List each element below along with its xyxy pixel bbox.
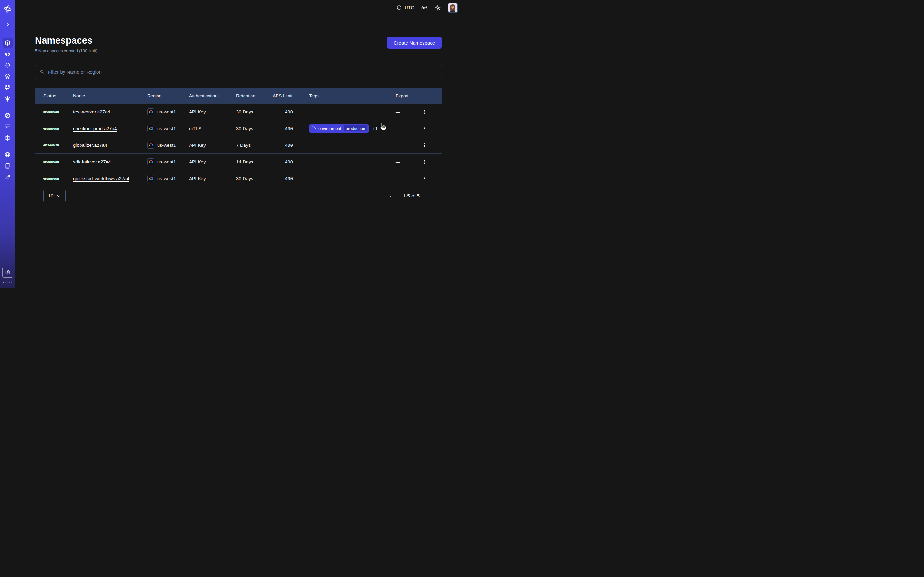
topbar: UTC	[15, 0, 462, 15]
status-badge: Active	[43, 161, 59, 163]
sidebar-item-schedules[interactable]	[3, 60, 13, 70]
timezone-button[interactable]: UTC	[396, 5, 414, 11]
auth-label: API Key	[189, 159, 236, 164]
avatar[interactable]	[447, 3, 458, 13]
sidebar-item-usage[interactable]	[3, 111, 13, 121]
region-label: us-west1	[157, 126, 176, 131]
tags-expand-chevron-icon[interactable]	[381, 126, 386, 131]
gcp-region-icon	[147, 125, 154, 132]
sidebar-item-billing[interactable]	[3, 122, 13, 132]
sidebar-item-namespaces[interactable]	[3, 38, 13, 48]
aps-limit-value: 400	[273, 176, 309, 181]
sidebar-item-workflows[interactable]	[3, 49, 13, 59]
credits-button[interactable]	[2, 267, 13, 277]
row-menu-button[interactable]	[420, 157, 429, 166]
search-icon	[39, 69, 45, 75]
status-badge: Active	[43, 144, 59, 146]
column-header-aps-limit: APS Limit	[273, 93, 309, 98]
tag-icon	[312, 126, 316, 131]
namespace-link[interactable]: test-worker.a27a4	[73, 109, 110, 114]
export-value: —	[396, 159, 401, 164]
retention-label: 14 Days	[236, 159, 273, 164]
region-label: us-west1	[157, 176, 176, 181]
tags-cell: environment production +1	[309, 124, 396, 133]
tag-more-count: +1	[373, 126, 378, 131]
column-header-status: Status	[43, 93, 73, 98]
column-header-retention: Retention	[236, 93, 273, 98]
sidebar-item-settings[interactable]	[3, 133, 13, 143]
sidebar-item-support[interactable]	[3, 150, 13, 160]
page-title: Namespaces	[35, 35, 97, 46]
column-header-tags: Tags	[309, 93, 396, 98]
page-size-select[interactable]: 10	[43, 190, 66, 202]
kebab-icon	[422, 176, 427, 181]
sidebar-item-batch-operations[interactable]	[3, 83, 13, 93]
timer-icon	[4, 62, 11, 69]
status-badge: Active	[43, 111, 59, 113]
kebab-icon	[422, 109, 427, 114]
table-row: Active test-worker.a27a4 us-west1 API Ke…	[35, 103, 442, 120]
create-namespace-button[interactable]: Create Namespace	[387, 37, 442, 49]
table-row: Active checkout-prod.a27a4 us-west1 mTLS…	[35, 120, 442, 137]
sidebar-item-nexus[interactable]	[3, 94, 13, 104]
table-row: Active sdk-failover.a27a4 us-west1 API K…	[35, 153, 442, 170]
asterisk-icon	[4, 95, 11, 102]
layers-icon	[4, 73, 11, 80]
export-value: —	[396, 176, 401, 181]
pager: ← 1-5 of 5 →	[389, 193, 434, 199]
sidebar-item-docs[interactable]	[3, 161, 13, 171]
chevron-down-icon	[57, 193, 61, 198]
sidebar-bottom: 2.35.1	[2, 267, 13, 284]
row-menu-button[interactable]	[420, 124, 429, 133]
filter-input[interactable]	[48, 69, 438, 75]
glasses-icon	[421, 4, 428, 11]
export-value: —	[396, 143, 401, 148]
gcp-region-icon	[147, 158, 154, 165]
book-sparkles-icon	[4, 163, 11, 169]
table-footer: 10 ← 1-5 of 5 →	[35, 187, 442, 205]
column-header-region: Region	[147, 93, 189, 98]
sidebar-item-getting-started[interactable]	[3, 172, 13, 182]
auth-label: API Key	[189, 143, 236, 148]
retention-label: 30 Days	[236, 126, 273, 131]
retention-label: 30 Days	[236, 109, 273, 114]
row-menu-button[interactable]	[420, 141, 429, 150]
sidebar-expand-chevron-icon[interactable]	[3, 19, 13, 29]
cube-icon	[4, 39, 11, 46]
namespace-link[interactable]: sdk-failover.a27a4	[73, 159, 111, 164]
page-subtitle: 5 Namespaces created (100 limit)	[35, 48, 97, 53]
auth-label: API Key	[189, 109, 236, 114]
status-badge: Active	[43, 177, 59, 179]
column-header-auth: Authentication	[189, 93, 236, 98]
row-menu-button[interactable]	[420, 107, 429, 116]
column-header-export: Export	[396, 93, 442, 98]
region-label: us-west1	[157, 159, 176, 164]
retention-label: 30 Days	[236, 176, 273, 181]
export-value: —	[396, 126, 401, 131]
aps-limit-value: 400	[273, 159, 309, 164]
timezone-label: UTC	[405, 5, 414, 10]
app-version: 2.35.1	[3, 280, 13, 284]
column-header-name: Name	[73, 93, 147, 98]
auth-label: API Key	[189, 176, 236, 181]
namespaces-table: Status Name Region Authentication Retent…	[35, 88, 442, 205]
kebab-icon	[422, 126, 427, 131]
theme-toggle-button[interactable]	[435, 5, 441, 11]
labs-mode-button[interactable]	[421, 4, 428, 11]
region-label: us-west1	[157, 143, 176, 148]
namespace-link[interactable]: globalizer.a27a4	[73, 143, 107, 148]
namespace-link[interactable]: checkout-prod.a27a4	[73, 126, 117, 131]
next-page-button[interactable]: →	[428, 193, 434, 199]
spiral-icon	[4, 51, 11, 57]
row-menu-button[interactable]	[420, 174, 429, 183]
branch-icon	[4, 84, 11, 91]
export-value: —	[396, 109, 401, 114]
sidebar-item-deployments[interactable]	[3, 71, 13, 81]
kebab-icon	[422, 159, 427, 164]
prev-page-button[interactable]: ←	[389, 193, 395, 199]
sun-icon	[435, 5, 441, 11]
temporal-logo-icon[interactable]	[3, 4, 13, 14]
tag-pill[interactable]: environment production	[309, 124, 369, 133]
namespace-link[interactable]: quickstart-workflows.a27a4	[73, 176, 129, 181]
page-header: Namespaces 5 Namespaces created (100 lim…	[35, 35, 442, 53]
